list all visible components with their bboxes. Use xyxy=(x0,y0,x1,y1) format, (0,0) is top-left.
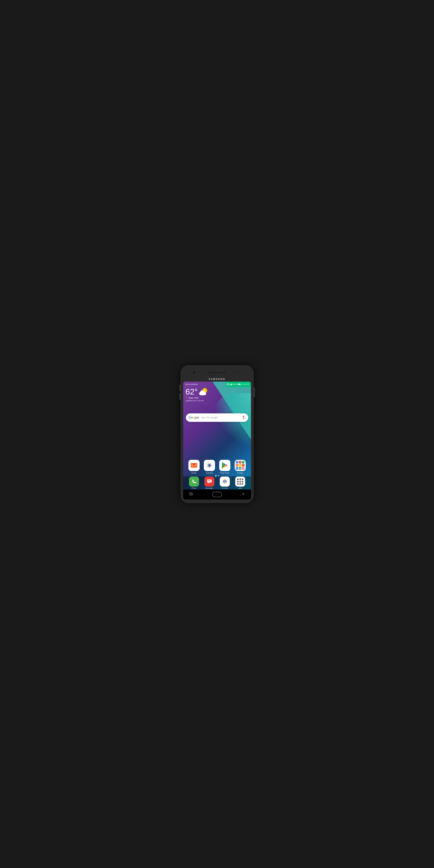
brand-logo: SAMSUNG xyxy=(183,377,251,380)
google-mini-6: ▷ xyxy=(242,464,244,467)
camera-lens-inner xyxy=(208,464,210,466)
google-mini-5: D xyxy=(239,464,241,467)
chrome-icon-bg xyxy=(220,476,230,487)
message-dock-label: Message+ xyxy=(205,487,213,489)
envelope-flap xyxy=(191,463,197,466)
sensor xyxy=(237,372,238,373)
google-o1: o xyxy=(191,416,193,419)
weather-updated: Updated 4/10 12:45 PM xyxy=(186,400,208,402)
volume-up-button[interactable] xyxy=(179,384,180,391)
phone-top-hardware xyxy=(183,369,251,376)
chrome-dock-label: Chrome xyxy=(222,487,228,489)
phone-dock-label: Phone xyxy=(191,487,196,489)
google-mini-4: ▶ xyxy=(236,464,238,467)
app-item-camera[interactable]: Camera xyxy=(202,460,216,474)
dock: Phone xyxy=(183,476,251,490)
volume-down-button[interactable] xyxy=(179,393,180,400)
back-svg xyxy=(241,492,245,496)
google-label: Google xyxy=(237,472,243,474)
page-indicators xyxy=(183,475,251,476)
app-dot-3 xyxy=(242,478,243,480)
status-right-icons: 4G 100% xyxy=(227,383,249,385)
camera-icon-bg xyxy=(204,460,215,471)
weather-location: 📍 New York xyxy=(186,397,208,399)
dock-item-message[interactable]: Message+ xyxy=(202,476,217,489)
signal-bar-1 xyxy=(230,384,230,385)
google-e: e xyxy=(197,416,199,419)
google-search-bar[interactable]: Google Say "Ok Google" xyxy=(186,413,248,422)
camera-bump xyxy=(207,462,209,463)
dock-item-phone[interactable]: Phone xyxy=(186,476,202,489)
cloud-icon xyxy=(199,392,206,395)
battery-percent: 100% xyxy=(233,383,237,385)
recents-svg xyxy=(189,492,193,496)
svg-marker-6 xyxy=(208,483,209,484)
app-item-google[interactable]: G M ▲ ▶ D ▷ ✦ ◉ ✿ Google xyxy=(233,460,247,474)
svg-rect-9 xyxy=(208,480,209,481)
clock: 12:45 PM xyxy=(241,383,249,385)
camera-label: Camera xyxy=(206,472,213,474)
phone-icon-bg xyxy=(189,476,199,487)
chrome-dock-icon[interactable] xyxy=(220,476,230,487)
message-svg xyxy=(206,479,212,484)
message-dock-icon[interactable] xyxy=(204,476,214,487)
playstore-icon[interactable] xyxy=(219,460,230,471)
app-dot-9 xyxy=(242,483,243,485)
battery-icon xyxy=(238,383,241,385)
google-folder-icon[interactable]: G M ▲ ▶ D ▷ ✦ ◉ ✿ xyxy=(235,460,246,471)
phone-svg xyxy=(191,479,197,484)
app-item-playstore[interactable]: Play Store xyxy=(218,460,232,474)
app-item-email[interactable]: Email xyxy=(187,460,201,474)
google-mini-7: ✦ xyxy=(236,467,238,470)
dock-item-chrome[interactable]: Chrome xyxy=(217,476,233,489)
signal-bars xyxy=(230,383,232,385)
email-icon[interactable] xyxy=(189,460,200,471)
google-g2: g xyxy=(195,416,197,419)
svg-rect-16 xyxy=(190,493,193,495)
battery-tip xyxy=(241,384,241,385)
signal-bar-4 xyxy=(232,383,232,385)
mic-svg xyxy=(242,416,245,420)
playstore-icon-bg xyxy=(219,460,230,471)
email-label: Email xyxy=(192,472,196,474)
signal-bar-3 xyxy=(231,384,232,385)
app-dot-7 xyxy=(237,483,239,485)
camera-lens-outer xyxy=(208,464,211,467)
battery-fill xyxy=(238,384,240,385)
power-button[interactable] xyxy=(254,388,255,397)
phone-screen: Verizon Wireless 4G 100% xyxy=(183,382,251,499)
google-logo: Google xyxy=(189,416,199,420)
battery-body xyxy=(238,383,240,385)
lte-badge: 4G xyxy=(227,383,229,385)
google-mini-1: G xyxy=(236,461,238,463)
message-icon-bg xyxy=(204,476,214,487)
front-camera xyxy=(193,371,195,374)
camera-body xyxy=(206,463,212,468)
apps-dock-icon[interactable] xyxy=(235,476,245,487)
home-button[interactable] xyxy=(212,492,222,497)
svg-rect-2 xyxy=(243,417,244,417)
location-text: New York xyxy=(189,397,199,399)
dock-item-apps[interactable]: Apps xyxy=(233,476,248,489)
phone-dock-icon[interactable] xyxy=(189,476,199,487)
app-dot-8 xyxy=(239,483,241,485)
camera-icon[interactable] xyxy=(204,460,215,471)
microphone-icon[interactable] xyxy=(242,416,245,420)
sensor-2 xyxy=(240,372,241,373)
svg-point-14 xyxy=(224,481,226,482)
google-mini-9: ✿ xyxy=(242,467,244,470)
playstore-label: Play Store xyxy=(220,472,229,474)
back-button[interactable] xyxy=(241,492,245,497)
chrome-svg xyxy=(221,478,229,485)
google-mini-8: ◉ xyxy=(239,467,241,470)
app-dot-6 xyxy=(242,481,243,482)
recents-button[interactable] xyxy=(189,492,193,497)
google-folder-bg: G M ▲ ▶ D ▷ ✦ ◉ ✿ xyxy=(235,460,246,471)
weather-widget[interactable]: 62° 📍 New York Updated 4/10 12:45 PM xyxy=(186,388,208,402)
playstore-svg xyxy=(222,462,228,469)
phone-device: SAMSUNG Verizon Wireless 4G xyxy=(180,365,254,503)
weather-temp-row: 62° xyxy=(186,388,208,396)
signal-bar-2 xyxy=(231,384,231,385)
apps-dock-label: Apps xyxy=(238,487,242,489)
svg-rect-15 xyxy=(189,493,192,495)
